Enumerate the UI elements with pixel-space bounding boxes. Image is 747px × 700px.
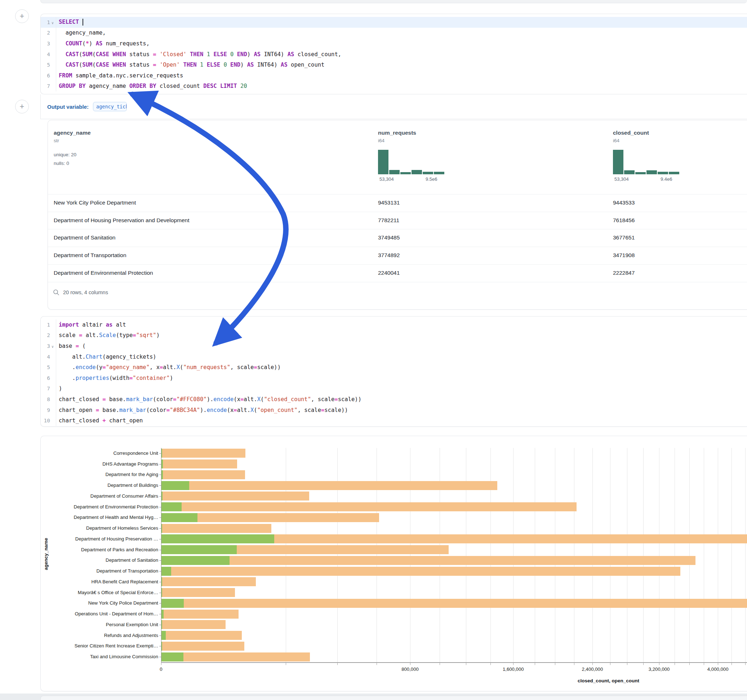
x-axis-tick bbox=[161, 663, 162, 665]
table-cell: 3749485 bbox=[378, 234, 400, 241]
closed_count-bar bbox=[162, 470, 245, 479]
gridline bbox=[466, 448, 466, 662]
code-line[interactable]: 4 alt.Chart(agency_tickets) bbox=[41, 352, 747, 362]
table-row[interactable]: Department of Transportation377489234719… bbox=[48, 247, 747, 264]
y-axis-category-label: Department of Consumer Affairs bbox=[47, 493, 158, 499]
code-line[interactable]: 1∨SELECT bbox=[41, 17, 747, 28]
gridline bbox=[704, 448, 704, 662]
table-row[interactable]: Department of Housing Preservation and D… bbox=[48, 212, 747, 229]
code-line[interactable]: 3 COUNT(*) AS num_requests, bbox=[41, 38, 747, 49]
code-line[interactable]: 7GROUP BY agency_name ORDER BY closed_co… bbox=[41, 81, 747, 92]
table-cell: 7782211 bbox=[378, 217, 399, 223]
gridline bbox=[513, 448, 514, 662]
sql-cell[interactable]: 1∨SELECT 2 agency_name,3 COUNT(*) AS num… bbox=[40, 14, 747, 94]
table-row[interactable]: New York City Police Department945313194… bbox=[48, 194, 747, 212]
code-text: agency_name, bbox=[55, 30, 106, 36]
code-line[interactable]: 6FROM sample_data.nyc.service_requests bbox=[41, 70, 747, 81]
code-line[interactable]: 8chart_closed = base.mark_bar(color="#FF… bbox=[41, 394, 747, 405]
y-axis-category-label: Correspondence Unit bbox=[47, 451, 158, 456]
histogram-bar bbox=[624, 170, 635, 174]
code-line[interactable]: 5 CAST(SUM(CASE WHEN status = 'Open' THE… bbox=[41, 59, 747, 70]
fold-spacer bbox=[50, 388, 55, 389]
code-line[interactable]: 3∨base = ( bbox=[41, 341, 747, 352]
gridline bbox=[555, 448, 555, 662]
output-variable-pill[interactable]: agency_tickets bbox=[93, 102, 127, 111]
python-code-editor[interactable]: 1import altair as alt2scale = alt.Scale(… bbox=[41, 319, 747, 426]
text-cursor bbox=[83, 19, 83, 26]
histogram-bar bbox=[400, 172, 411, 174]
table-row[interactable]: Department of Environmental Protection22… bbox=[48, 264, 747, 282]
histogram-num-requests: 53,3049.5e6 bbox=[378, 150, 445, 181]
open_count-bar bbox=[162, 567, 171, 576]
code-line[interactable]: 5 .encode(y="agency_name", x=alt.X("num_… bbox=[41, 362, 747, 373]
fold-spacer bbox=[50, 32, 55, 33]
y-axis-category-label: Department of Parks and Recreation bbox=[47, 547, 158, 552]
x-axis-tick bbox=[610, 663, 611, 665]
add-cell-button-middle[interactable]: + bbox=[15, 100, 29, 113]
output-variable-label: Output variable: bbox=[47, 104, 89, 110]
fold-spacer bbox=[50, 398, 55, 400]
line-number: 5 bbox=[41, 364, 50, 370]
x-axis-tick bbox=[704, 663, 704, 665]
open_count-bar bbox=[162, 652, 183, 661]
code-line[interactable]: 2 agency_name, bbox=[41, 28, 747, 39]
closed_count-bar bbox=[162, 599, 747, 608]
table-cell: 9453131 bbox=[378, 199, 400, 206]
open_count-bar bbox=[162, 631, 166, 640]
y-axis-category-label: Mayorâ€ s Office of Special Enforce… bbox=[47, 590, 158, 595]
query-results-table: agency_name str unique: 20 nulls: 0 num_… bbox=[48, 120, 747, 310]
y-axis-category-label: Department of Sanitation bbox=[47, 557, 158, 563]
code-text: import altair as alt bbox=[55, 321, 126, 328]
sql-code-editor[interactable]: 1∨SELECT 2 agency_name,3 COUNT(*) AS num… bbox=[41, 17, 747, 92]
x-axis-tick bbox=[745, 663, 745, 665]
table-cell: Department of Environmental Protection bbox=[54, 270, 153, 276]
add-cell-button-top[interactable]: + bbox=[15, 9, 29, 23]
x-axis-tick bbox=[377, 663, 377, 665]
line-number: 4 bbox=[41, 51, 50, 57]
fold-chevron-icon[interactable]: ∨ bbox=[50, 344, 55, 348]
fold-spacer bbox=[50, 75, 55, 76]
table-row[interactable]: Department of Sanitation37494853677651 bbox=[48, 229, 747, 247]
code-text: SELECT bbox=[55, 19, 83, 26]
code-text: base = ( bbox=[55, 343, 86, 349]
line-number: 3 bbox=[41, 41, 50, 47]
code-line[interactable]: 7) bbox=[41, 383, 747, 394]
python-cell[interactable]: 1import altair as alt2scale = alt.Scale(… bbox=[40, 316, 747, 427]
code-line[interactable]: 1import altair as alt bbox=[41, 319, 747, 330]
closed_count-bar bbox=[162, 567, 680, 576]
column-header-agency-name[interactable]: agency_name str bbox=[54, 130, 91, 143]
fold-spacer bbox=[50, 377, 55, 379]
search-icon[interactable] bbox=[53, 289, 59, 296]
x-axis-tick bbox=[674, 663, 675, 665]
x-axis-tick bbox=[659, 663, 659, 665]
gridline bbox=[410, 448, 410, 662]
fold-spacer bbox=[50, 43, 55, 44]
x-axis-tick-label: 800,000 bbox=[390, 667, 430, 672]
code-text: .properties(width="container") bbox=[55, 375, 173, 381]
column-header-closed-count[interactable]: closed_count i64 bbox=[613, 130, 649, 143]
open_count-bar bbox=[162, 588, 162, 597]
open_count-bar bbox=[162, 524, 162, 533]
x-axis-tick bbox=[627, 663, 628, 665]
open_count-bar bbox=[162, 534, 274, 543]
open_count-bar bbox=[162, 599, 184, 608]
line-number: 5 bbox=[41, 62, 50, 68]
table-cell: 2222847 bbox=[613, 270, 635, 276]
gridline bbox=[337, 448, 338, 662]
fold-chevron-icon[interactable]: ∨ bbox=[50, 20, 55, 25]
code-line[interactable]: 4 CAST(SUM(CASE WHEN status = 'Closed' T… bbox=[41, 49, 747, 60]
line-number: 9 bbox=[41, 407, 50, 413]
code-line[interactable]: 9chart_open = base.mark_bar(color="#8BC3… bbox=[41, 405, 747, 416]
closed_count-bar bbox=[162, 631, 242, 640]
column-header-num-requests[interactable]: num_requests i64 bbox=[378, 130, 416, 143]
fold-spacer bbox=[50, 420, 55, 421]
code-line[interactable]: 10chart_closed + chart_open bbox=[41, 415, 747, 426]
gridline bbox=[674, 448, 675, 662]
closed_count-bar bbox=[162, 577, 256, 586]
code-text: CAST(SUM(CASE WHEN status = 'Closed' THE… bbox=[55, 51, 341, 57]
y-axis-category-label: Department of Buildings bbox=[47, 483, 158, 488]
code-line[interactable]: 6 .properties(width="container") bbox=[41, 373, 747, 383]
x-axis-tick bbox=[535, 663, 535, 665]
gridline bbox=[535, 448, 535, 662]
code-line[interactable]: 2scale = alt.Scale(type="sqrt") bbox=[41, 330, 747, 341]
